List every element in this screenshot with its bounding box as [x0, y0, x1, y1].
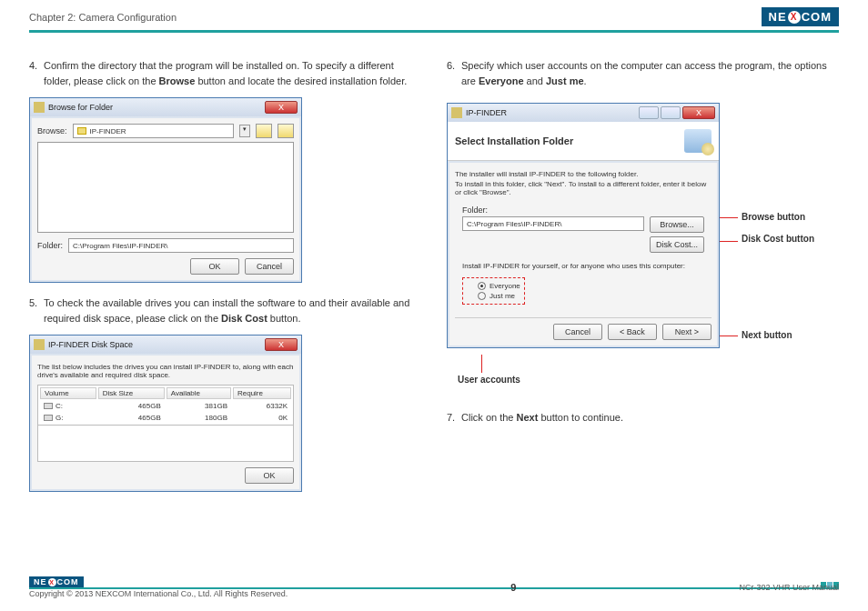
col-require[interactable]: Require	[233, 387, 291, 399]
ok-button[interactable]: OK	[190, 258, 239, 275]
col-volume[interactable]: Volume	[40, 387, 96, 399]
app-icon	[451, 107, 462, 118]
browse-button[interactable]: Browse...	[650, 216, 704, 233]
callout-diskcost: Disk Cost button	[742, 234, 833, 244]
disk-space-dialog: IP-FINDER Disk Space X The list below in…	[29, 335, 302, 492]
step-7: 7. Click on the Next button to continue.	[447, 410, 839, 426]
up-folder-button[interactable]	[256, 124, 272, 138]
dropdown-arrow[interactable]: ▾	[239, 125, 250, 137]
installer-icon	[684, 129, 712, 153]
folder-input[interactable]: C:\Program Files\IP-FINDER\	[462, 216, 644, 231]
browse-combo[interactable]: IP-FINDER	[73, 124, 234, 138]
nexcom-logo: NEXCOM	[762, 7, 839, 26]
install-folder-dialog: IP-FINDER X Select Installation Folder T…	[447, 103, 720, 348]
table-row[interactable]: C: 465GB 381GB 6332K	[40, 401, 291, 411]
page-number: 9	[510, 582, 516, 593]
folder-label: Folder:	[37, 241, 63, 250]
cancel-button[interactable]: Cancel	[245, 258, 294, 275]
browse-label: Browse:	[37, 126, 67, 135]
disk-cost-button[interactable]: Disk Cost...	[650, 236, 704, 253]
radio-just-me[interactable]: Just me	[478, 292, 520, 300]
install-line2: To install in this folder, click "Next".…	[455, 180, 712, 196]
ok-button[interactable]: OK	[245, 467, 294, 484]
close-button[interactable]: X	[265, 338, 298, 351]
minimize-button[interactable]	[639, 106, 659, 119]
drive-table: Volume Disk Size Available Require C: 46…	[37, 385, 294, 426]
nexcom-logo-footer: NEXCOM	[29, 576, 84, 587]
table-row[interactable]: G: 465GB 180GB 0K	[40, 413, 291, 423]
install-for-label: Install IP-FINDER for yourself, or for a…	[462, 262, 704, 270]
install-heading: Select Installation Folder	[455, 135, 573, 146]
callout-next: Next button	[742, 330, 833, 340]
back-button[interactable]: < Back	[608, 324, 657, 340]
folder-icon	[34, 102, 45, 113]
maximize-button[interactable]	[661, 106, 681, 119]
step-6: 6. Specify which user accounts on the co…	[447, 58, 839, 88]
copyright: Copyright © 2013 NEXCOM International Co…	[29, 589, 288, 598]
manual-name: NCr-302-VHR User Manual	[739, 583, 839, 592]
close-button[interactable]: X	[682, 106, 715, 119]
app-icon	[34, 339, 45, 350]
step-5: 5. To check the available drives you can…	[29, 295, 421, 326]
new-folder-button[interactable]	[278, 124, 294, 138]
disk-description: The list below includes the drives you c…	[37, 363, 294, 379]
dialog-title: Browse for Folder	[48, 103, 265, 112]
browse-folder-dialog: Browse for Folder X Browse: IP-FINDER ▾ …	[29, 97, 302, 283]
file-list[interactable]	[37, 142, 294, 233]
dialog-title: IP-FINDER	[466, 108, 639, 117]
install-line1: The installer will install IP-FINDER to …	[455, 170, 712, 178]
chapter-title: Chapter 2: Camera Configuration	[29, 12, 177, 23]
cancel-button[interactable]: Cancel	[553, 324, 602, 340]
dialog-title: IP-FINDER Disk Space	[48, 340, 265, 349]
callout-user-accounts: User accounts	[458, 375, 549, 385]
folder-label: Folder:	[462, 205, 712, 215]
step-4: 4. Confirm the directory that the progra…	[29, 58, 421, 88]
close-button[interactable]: X	[265, 101, 298, 114]
next-button[interactable]: Next >	[662, 324, 712, 340]
callout-browse: Browse button	[742, 212, 833, 222]
col-size[interactable]: Disk Size	[98, 387, 165, 399]
col-available[interactable]: Available	[167, 387, 231, 399]
folder-input[interactable]: C:\Program Files\IP-FINDER\	[68, 238, 294, 253]
radio-everyone[interactable]: Everyone	[478, 282, 520, 290]
